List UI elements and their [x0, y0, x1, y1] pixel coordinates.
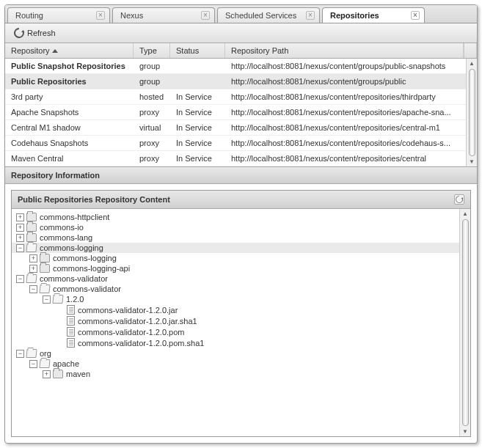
folder-open-icon	[26, 243, 37, 252]
table-row[interactable]: Public Repositoriesgrouphttp://localhost…	[5, 74, 477, 89]
cell-status: In Service	[170, 151, 225, 166]
collapse-icon[interactable]: −	[16, 350, 24, 358]
tree-scrollbar[interactable]: ▲ ▼	[459, 209, 470, 436]
scroll-down-icon[interactable]: ▼	[469, 158, 475, 165]
expand-icon[interactable]: +	[16, 234, 24, 242]
scroll-down-icon[interactable]: ▼	[462, 428, 468, 435]
tree-node[interactable]: −commons-logging	[12, 243, 470, 253]
refresh-button[interactable]: Refresh	[10, 26, 60, 40]
file-icon	[67, 338, 75, 348]
tree-node[interactable]: −org	[12, 348, 470, 359]
table-row[interactable]: Codehaus SnapshotsproxyIn Servicehttp://…	[5, 136, 477, 151]
folder-icon	[53, 370, 63, 378]
refresh-icon	[14, 28, 24, 38]
tree-node[interactable]: −commons-validator	[12, 284, 470, 294]
tree-node[interactable]: +commons-lang	[12, 232, 470, 243]
tree-node-label: commons-logging	[40, 243, 103, 252]
cell-path: http://localhost:8081/nexus/content/repo…	[225, 105, 477, 120]
tree-node-label: maven	[66, 370, 90, 378]
tab-repositories[interactable]: Repositories×	[322, 7, 425, 23]
tree-node[interactable]: −1.2.0	[12, 294, 470, 304]
grid-scrollbar[interactable]: ▲ ▼	[466, 59, 477, 166]
tree-node[interactable]: commons-validator-1.2.0.pom.sha1	[12, 337, 470, 348]
content-refresh-button[interactable]	[454, 194, 464, 205]
tree-node[interactable]: +commons-io	[12, 222, 470, 232]
table-row[interactable]: Public Snapshot Repositoriesgrouphttp://…	[5, 59, 477, 74]
expand-icon[interactable]: +	[16, 224, 24, 232]
folder-icon	[40, 254, 50, 262]
sort-asc-icon	[52, 49, 58, 53]
scroll-up-icon[interactable]: ▲	[469, 60, 475, 67]
cell-repo: Codehaus Snapshots	[5, 136, 134, 150]
table-row[interactable]: 3rd partyhostedIn Servicehttp://localhos…	[5, 89, 477, 105]
cell-path: http://localhost:8081/nexus/content/repo…	[225, 89, 477, 104]
tree-node-label: commons-lang	[40, 233, 92, 242]
table-row[interactable]: Central M1 shadowvirtualIn Servicehttp:/…	[5, 120, 477, 136]
expand-icon[interactable]: +	[16, 213, 24, 221]
cell-repo: Public Repositories	[5, 74, 134, 89]
repository-info-header: Repository Information	[5, 166, 477, 184]
folder-open-icon	[52, 295, 63, 304]
tree-node[interactable]: −apache	[12, 359, 470, 369]
close-icon[interactable]: ×	[201, 11, 210, 20]
tree-node[interactable]: +commons-logging	[12, 253, 470, 263]
tree-node[interactable]: commons-validator-1.2.0.pom	[12, 326, 470, 337]
cell-type: proxy	[134, 136, 170, 150]
close-icon[interactable]: ×	[411, 11, 420, 20]
folder-open-icon	[39, 284, 50, 293]
cell-path: http://localhost:8081/nexus/content/repo…	[225, 120, 477, 135]
scroll-thumb[interactable]	[462, 219, 469, 426]
col-header-type[interactable]: Type	[134, 43, 170, 58]
tree-node[interactable]: commons-validator-1.2.0.jar	[12, 304, 470, 315]
tree-node-label: commons-validator	[53, 284, 121, 293]
col-header-status[interactable]: Status	[170, 43, 225, 58]
collapse-icon[interactable]: −	[29, 285, 37, 293]
repository-grid: Repository Type Status Repository Path P…	[5, 43, 477, 166]
expand-icon[interactable]: +	[29, 265, 37, 273]
tab-routing[interactable]: Routing×	[7, 7, 110, 23]
folder-icon	[26, 213, 37, 221]
tree-node-label: commons-logging-api	[53, 264, 130, 273]
cell-path: http://localhost:8081/nexus/content/grou…	[225, 59, 477, 73]
folder-open-icon	[26, 349, 37, 358]
collapse-icon[interactable]: −	[16, 244, 24, 252]
close-icon[interactable]: ×	[96, 11, 105, 20]
cell-repo: Public Snapshot Repositories	[5, 59, 134, 73]
collapse-icon[interactable]: −	[29, 360, 37, 368]
expand-icon[interactable]: +	[43, 370, 51, 378]
tree-node-label: commons-httpclient	[40, 213, 109, 221]
scroll-up-icon[interactable]: ▲	[462, 210, 468, 217]
cell-status: In Service	[170, 120, 225, 135]
tree-node-label: commons-validator-1.2.0.pom	[78, 328, 185, 337]
table-row[interactable]: Apache SnapshotsproxyIn Servicehttp://lo…	[5, 105, 477, 120]
cell-status: In Service	[170, 89, 225, 104]
folder-open-icon	[26, 274, 37, 283]
tree-node[interactable]: +maven	[12, 369, 470, 379]
table-row[interactable]: Maven CentralproxyIn Servicehttp://local…	[5, 151, 477, 166]
col-header-path[interactable]: Repository Path	[225, 43, 464, 58]
tree-node-label: commons-validator-1.2.0.pom.sha1	[78, 339, 204, 348]
cell-type: hosted	[134, 89, 170, 104]
tab-label: Repositories	[330, 11, 379, 20]
tab-nexus[interactable]: Nexus×	[112, 7, 215, 23]
collapse-icon[interactable]: −	[43, 295, 51, 304]
close-icon[interactable]: ×	[306, 11, 315, 20]
collapse-icon[interactable]: −	[16, 275, 24, 283]
tab-scheduled-services[interactable]: Scheduled Services×	[217, 7, 320, 23]
tree-node[interactable]: +commons-logging-api	[12, 263, 470, 273]
tree-node-label: commons-io	[40, 223, 84, 232]
content-title-bar: Public Repositories Repository Content	[12, 191, 470, 209]
tree-node-label: org	[40, 349, 51, 358]
folder-icon	[26, 233, 37, 242]
cell-status	[170, 74, 225, 89]
expand-icon[interactable]: +	[29, 254, 37, 262]
scroll-thumb[interactable]	[469, 69, 475, 156]
folder-open-icon	[39, 359, 50, 368]
cell-repo: Apache Snapshots	[5, 105, 134, 120]
file-icon	[67, 316, 75, 326]
tree-node[interactable]: commons-validator-1.2.0.jar.sha1	[12, 315, 470, 326]
tree-node[interactable]: +commons-httpclient	[12, 212, 470, 222]
col-header-repository[interactable]: Repository	[5, 43, 134, 58]
cell-repo: Maven Central	[5, 151, 134, 166]
tree-node[interactable]: −commons-validator	[12, 273, 470, 284]
